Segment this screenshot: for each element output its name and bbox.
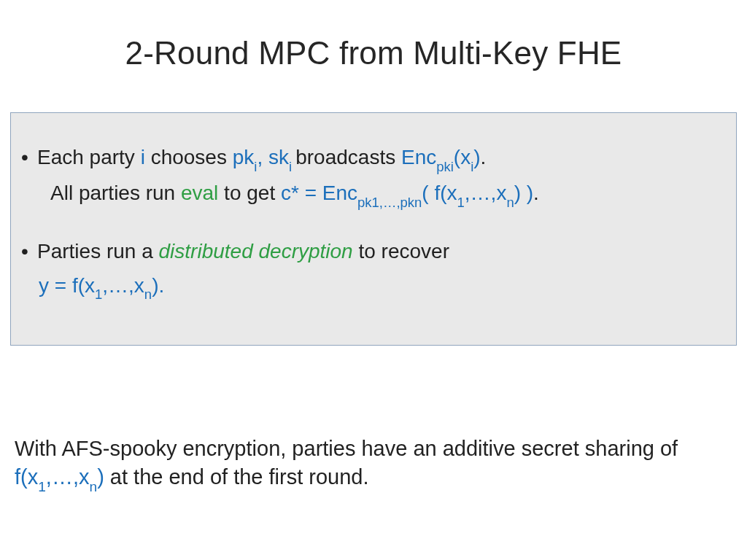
bullet-dot-icon: • bbox=[18, 142, 37, 174]
t: , bbox=[257, 146, 268, 168]
sub: n bbox=[506, 195, 514, 210]
sub: 1 bbox=[457, 195, 465, 210]
sub: n bbox=[144, 287, 152, 302]
t: ). bbox=[152, 274, 164, 297]
bullet-1-text: Each party i chooses pki, ski broadcasts… bbox=[37, 142, 729, 174]
sk: sk bbox=[268, 146, 289, 168]
t: All parties run bbox=[50, 182, 181, 204]
bullet-2: • Parties run a distributed decryption t… bbox=[18, 236, 729, 267]
f-expr: f(x bbox=[15, 465, 38, 489]
sub: i bbox=[471, 159, 473, 174]
bullet-1: • Each party i chooses pki, ski broadcas… bbox=[18, 142, 729, 174]
t: ) bbox=[473, 146, 480, 168]
t: With AFS-spooky encryption, parties have… bbox=[15, 437, 678, 460]
slide-title: 2-Round MPC from Multi-Key FHE bbox=[0, 0, 747, 71]
t: to get bbox=[218, 182, 281, 204]
sub: i bbox=[254, 159, 257, 174]
sub: 1 bbox=[38, 479, 46, 494]
t: ) bbox=[97, 465, 104, 489]
sub: pki bbox=[436, 159, 454, 174]
bullet-2-text: Parties run a distributed decryption to … bbox=[37, 236, 729, 267]
content-box: • Each party i chooses pki, ski broadcas… bbox=[10, 112, 737, 346]
bullet-2-continuation: y = f(x1,…,xn). bbox=[39, 270, 729, 303]
t: to recover bbox=[353, 240, 449, 262]
t: . bbox=[533, 182, 539, 204]
t: Parties run a bbox=[37, 240, 159, 262]
footer-text: With AFS-spooky encryption, parties have… bbox=[15, 435, 732, 494]
t: broadcasts bbox=[295, 146, 401, 168]
eval: eval bbox=[181, 182, 218, 204]
sub: i bbox=[289, 159, 295, 174]
sub: pk1,…,pkn bbox=[357, 195, 422, 210]
t: Each party bbox=[37, 146, 141, 168]
t: ,…,x bbox=[102, 274, 144, 297]
enc: Enc bbox=[401, 146, 436, 168]
dist-decrypt: distributed decryption bbox=[159, 240, 353, 262]
bullet-1-continuation: All parties run eval to get c* = Encpk1,… bbox=[50, 177, 729, 211]
bullet-dot-icon: • bbox=[18, 236, 37, 267]
sub: n bbox=[89, 479, 97, 494]
t: ) ) bbox=[514, 182, 533, 204]
t: at the end of the first round. bbox=[104, 465, 369, 489]
cstar: c* = Enc bbox=[281, 182, 357, 204]
y-eq: y = f(x bbox=[39, 274, 95, 297]
t: (x bbox=[454, 146, 471, 168]
t: ,…,x bbox=[465, 182, 507, 204]
slide: 2-Round MPC from Multi-Key FHE • Each pa… bbox=[0, 0, 747, 560]
t: chooses bbox=[145, 146, 233, 168]
t: ,…,x bbox=[46, 465, 90, 489]
pk: pk bbox=[233, 146, 255, 168]
t: . bbox=[481, 146, 487, 168]
sub: 1 bbox=[95, 287, 102, 302]
t: ( f(x bbox=[422, 182, 457, 204]
